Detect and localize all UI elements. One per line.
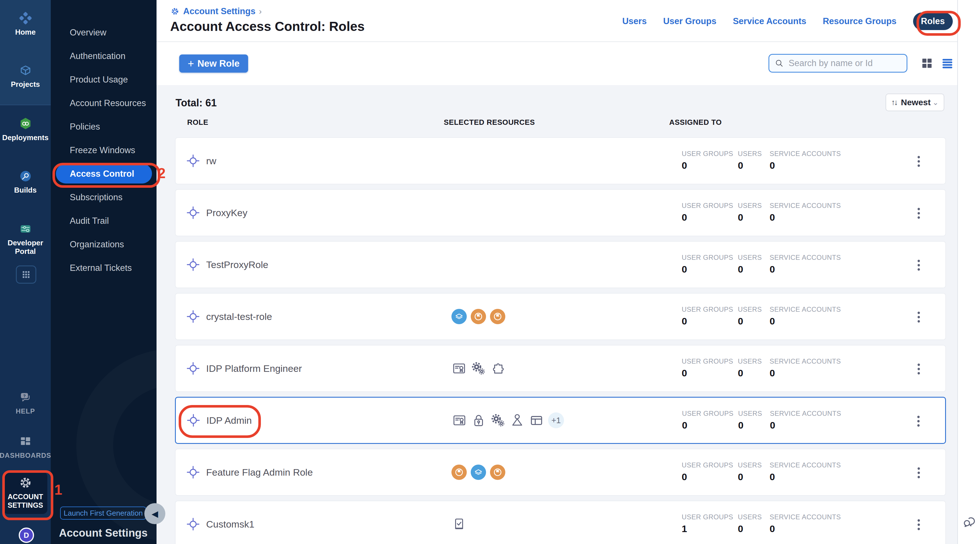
user-groups-count: 0: [682, 367, 687, 379]
sidebar-item-overview[interactable]: Overview: [51, 21, 156, 44]
user-avatar[interactable]: D: [19, 528, 34, 543]
user-groups-count: 0: [682, 160, 687, 171]
role-row-testproxyrole[interactable]: TestProxyRole USER GROUPS0 USERS0 SERVIC…: [175, 241, 946, 288]
resource-icon-puzzle: [490, 361, 505, 376]
row-menu-kebab-icon[interactable]: [916, 207, 921, 220]
role-target-icon: [186, 258, 200, 272]
nav-projects-label: Projects: [11, 80, 40, 89]
apps-grid-icon: [21, 269, 31, 280]
sidebar-item-freeze-windows[interactable]: Freeze Windows: [51, 138, 156, 162]
sidebar-collapse-button[interactable]: ◀: [144, 503, 165, 524]
deployments-icon: [18, 116, 33, 131]
resource-icon-lock: [471, 413, 486, 428]
roles-toolbar: + New Role: [156, 42, 957, 85]
selected-resources: [452, 501, 467, 544]
role-target-icon: [186, 414, 200, 427]
page-header: Account Settings › Account Access Contro…: [156, 0, 957, 42]
sidebar-item-audit-trail[interactable]: Audit Trail: [51, 209, 156, 232]
sort-dropdown[interactable]: ↑↓ Newest ⌄: [886, 94, 944, 111]
support-chat-icon[interactable]: [961, 513, 978, 530]
role-target-icon: [186, 154, 200, 168]
sidebar-menu: Overview Authentication Product Usage Ac…: [51, 21, 156, 280]
service-accounts-count: 0: [770, 367, 775, 379]
resource-icon-flag-orange: [490, 309, 505, 324]
resource-icon-gears: [471, 361, 486, 376]
nav-home[interactable]: Home: [0, 11, 51, 36]
role-name[interactable]: Feature Flag Admin Role: [206, 467, 313, 478]
role-target-icon: [186, 206, 200, 220]
breadcrumb-separator: ›: [259, 6, 262, 16]
row-menu-kebab-icon[interactable]: [916, 258, 921, 272]
service-accounts-count: 0: [770, 212, 775, 223]
row-menu-kebab-icon[interactable]: [916, 414, 921, 428]
role-name[interactable]: TestProxyRole: [206, 259, 268, 270]
role-name[interactable]: ProxyKey: [206, 207, 248, 218]
user-groups-count: 0: [682, 316, 687, 327]
tab-service-accounts[interactable]: Service Accounts: [733, 16, 806, 26]
role-name[interactable]: IDP Admin: [207, 415, 252, 426]
row-menu-kebab-icon[interactable]: [916, 362, 921, 376]
role-row-idp-platform-engineer[interactable]: IDP Platform Engineer USER GROUPS0 USERS…: [175, 345, 946, 392]
sidebar-item-policies[interactable]: Policies: [51, 115, 156, 138]
right-edge-strip: [957, 0, 980, 544]
breadcrumb-account-settings-link[interactable]: Account Settings: [183, 6, 256, 16]
service-accounts-count: 0: [770, 523, 775, 534]
resource-icon-person: [509, 413, 525, 428]
tab-user-groups[interactable]: User Groups: [663, 16, 717, 26]
role-row-proxykey[interactable]: ProxyKey USER GROUPS0 USERS0 SERVICE ACC…: [175, 189, 946, 236]
service-accounts-count: 0: [770, 420, 775, 431]
nav-developer-portal[interactable]: Developer Portal: [0, 221, 51, 256]
sidebar-item-product-usage[interactable]: Product Usage: [51, 68, 156, 91]
sidebar-item-account-resources[interactable]: Account Resources: [51, 91, 156, 115]
row-menu-kebab-icon[interactable]: [916, 310, 921, 324]
tab-users[interactable]: Users: [622, 16, 646, 26]
nav-projects[interactable]: Projects: [0, 63, 51, 89]
role-row-crystal-test-role[interactable]: crystal-test-role USER GROUPS0 USERS0 SE…: [175, 293, 946, 340]
list-view-toggle-icon[interactable]: [941, 57, 954, 70]
tab-roles[interactable]: Roles: [913, 13, 953, 30]
role-row-rw[interactable]: rw USER GROUPS0 USERS0 SERVICE ACCOUNTS0: [175, 137, 946, 185]
role-name[interactable]: rw: [206, 156, 216, 167]
role-row-idp-admin[interactable]: IDP Admin +1 USER GROUPS0 USERS0 SERVICE…: [175, 397, 946, 444]
user-groups-count: 0: [682, 420, 687, 431]
sidebar-item-organizations[interactable]: Organizations: [51, 232, 156, 256]
sidebar-item-authentication[interactable]: Authentication: [51, 44, 156, 68]
nav-deployments[interactable]: Deployments: [0, 116, 51, 142]
launch-first-generation-button[interactable]: Launch First Generation: [60, 507, 146, 520]
grid-view-toggle-icon[interactable]: [920, 57, 934, 70]
row-menu-kebab-icon[interactable]: [916, 466, 921, 480]
sidebar-item-external-tickets[interactable]: External Tickets: [51, 256, 156, 280]
role-name[interactable]: crystal-test-role: [206, 311, 272, 322]
row-menu-kebab-icon[interactable]: [916, 154, 921, 168]
nav-dashboards[interactable]: DASHBOARDS: [0, 434, 51, 460]
nav-builds[interactable]: Builds: [0, 169, 51, 194]
nav-dashboards-label: DASHBOARDS: [0, 452, 51, 460]
tab-resource-groups[interactable]: Resource Groups: [822, 16, 896, 26]
sidebar-item-subscriptions[interactable]: Subscriptions: [51, 186, 156, 209]
nav-account-settings[interactable]: ACCOUNT SETTINGS: [0, 476, 51, 509]
row-menu-kebab-icon[interactable]: [916, 518, 921, 531]
new-role-button[interactable]: + New Role: [179, 54, 248, 73]
sidebar-title: Account Settings: [59, 527, 148, 539]
nav-help[interactable]: ? HELP: [0, 390, 51, 415]
gear-icon: [18, 476, 33, 490]
resource-icon-checklist: [452, 517, 467, 532]
settings-gear-icon: [170, 6, 180, 16]
total-count: Total: 61: [175, 97, 216, 109]
column-header-assigned-to: ASSIGNED TO: [669, 118, 722, 127]
resource-icon-layers-blue: [471, 464, 486, 480]
nav-developer-portal-label: Developer Portal: [4, 239, 47, 256]
module-picker-button[interactable]: [16, 266, 36, 284]
svg-text:?: ?: [23, 393, 25, 398]
role-name[interactable]: Customsk1: [206, 519, 255, 530]
sidebar-item-access-control[interactable]: Access Control: [51, 162, 156, 186]
role-row-feature-flag-admin-role[interactable]: Feature Flag Admin Role USER GROUPS0 USE…: [175, 449, 946, 496]
role-name[interactable]: IDP Platform Engineer: [206, 363, 302, 374]
role-target-icon: [186, 310, 200, 323]
nav-home-label: Home: [15, 28, 35, 36]
users-count: 0: [738, 212, 743, 223]
users-count: 0: [738, 316, 743, 327]
role-row-customsk1[interactable]: Customsk1 USER GROUPS1 USERS0 SERVICE AC…: [175, 501, 946, 544]
search-input[interactable]: [788, 58, 902, 68]
users-count: 0: [738, 264, 743, 275]
